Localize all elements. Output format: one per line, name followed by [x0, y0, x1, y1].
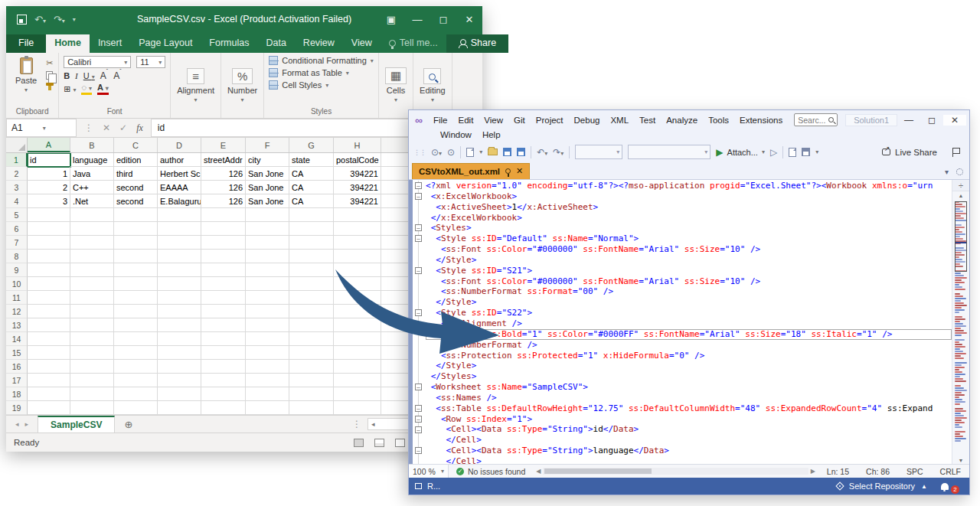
cell-D6[interactable] [158, 222, 201, 236]
column-header-a[interactable]: A [28, 138, 70, 152]
cell-G19[interactable] [289, 401, 334, 415]
line-ending[interactable]: CRLF [932, 467, 969, 476]
row-header-2[interactable]: 2 [6, 167, 28, 181]
cell-G10[interactable] [289, 277, 334, 291]
cell-H12[interactable] [334, 305, 381, 318]
cell-G14[interactable] [289, 332, 334, 346]
split-editor-handle[interactable]: ÷ [952, 180, 969, 191]
cell-B6[interactable] [70, 222, 114, 236]
minimap-scrollbar[interactable]: ÷ ▲ ▼ [952, 180, 969, 464]
confirm-entry-icon[interactable]: ✓ [119, 122, 127, 133]
issues-indicator[interactable]: ✓ No issues found [449, 467, 533, 476]
cell-C18[interactable] [114, 387, 158, 401]
cell-H19[interactable] [334, 401, 381, 415]
cell-A13[interactable] [28, 318, 70, 332]
sheet-nav-right-icon[interactable]: ▸ [25, 420, 29, 428]
cell-D16[interactable] [158, 360, 201, 374]
cell-H11[interactable] [334, 291, 381, 305]
cell-H8[interactable] [334, 250, 381, 263]
code-line-15[interactable]: <ss:Font ss:Bold="1" ss:Color="#0000FF" … [426, 329, 952, 340]
cell-H17[interactable] [334, 374, 381, 387]
save-file-icon[interactable] [503, 148, 511, 156]
editor-horizontal-scrollbar[interactable] [543, 468, 808, 475]
code-line-16[interactable]: <ss:NumberFormat /> [426, 340, 952, 351]
cell-E5[interactable] [201, 208, 246, 222]
code-line-5[interactable]: <Styles> [426, 223, 952, 233]
code-line-24[interactable]: <Cell><Data ss:Type="String">id</Data> [426, 424, 952, 435]
cell-E7[interactable] [201, 236, 246, 250]
code-line-12[interactable]: </Style> [426, 297, 952, 308]
save-icon[interactable] [17, 15, 27, 24]
cell-D9[interactable] [158, 263, 201, 277]
column-header-d[interactable]: D [158, 138, 201, 152]
cell-G16[interactable] [289, 360, 334, 374]
cell-E18[interactable] [201, 387, 246, 401]
cell-F5[interactable] [246, 208, 289, 222]
vs-menu-xml[interactable]: XML [605, 114, 634, 126]
cell-G17[interactable] [289, 374, 334, 387]
code-line-25[interactable]: </Cell> [426, 435, 952, 446]
cell-E2[interactable]: 126 [201, 167, 246, 181]
cell-C13[interactable] [114, 318, 158, 332]
cell-H13[interactable] [334, 318, 381, 332]
cell-F19[interactable] [246, 401, 289, 415]
navigate-back-icon[interactable]: ⊙▾ [431, 147, 442, 158]
run-outline-icon[interactable]: ▷ [770, 147, 777, 158]
cell-G13[interactable] [289, 318, 334, 332]
grow-font-button[interactable]: Aˆ [100, 70, 108, 81]
code-line-23[interactable]: <Row ss:Index="1"> [426, 414, 952, 425]
cell-G12[interactable] [289, 305, 334, 318]
fill-color-button[interactable]: ◌ ▾ [81, 83, 92, 95]
cell-B9[interactable] [70, 263, 114, 277]
scroll-up-icon[interactable]: ▲ [952, 191, 969, 200]
cell-C2[interactable]: third [114, 167, 158, 181]
cell-D18[interactable] [158, 387, 201, 401]
row-header-18[interactable]: 18 [6, 387, 28, 401]
cell-D2[interactable]: Herbert Sc [158, 167, 201, 181]
row-header-15[interactable]: 15 [6, 346, 28, 360]
indent-mode[interactable]: SPC [898, 467, 932, 476]
column-header-h[interactable]: H [334, 138, 381, 152]
code-line-11[interactable]: <ss:NumberFormat ss:Format="00" /> [426, 286, 952, 297]
cell-A5[interactable] [28, 208, 70, 222]
fold-toggle-icon[interactable]: – [415, 267, 422, 274]
ribbon-tab-file[interactable]: File [6, 34, 46, 53]
cell-G11[interactable] [289, 291, 334, 305]
cell-G4[interactable]: CA [289, 194, 334, 208]
cell-G5[interactable] [289, 208, 334, 222]
cells-group[interactable]: ▦ Cells▾ [379, 53, 413, 118]
hscroll-right-icon[interactable]: ▶ [811, 468, 815, 475]
cell-H1[interactable]: postalCode [334, 153, 381, 167]
column-header-e[interactable]: E [201, 138, 246, 152]
cell-D12[interactable] [158, 305, 201, 318]
ribbon-tab-home[interactable]: Home [46, 34, 90, 53]
row-header-19[interactable]: 19 [6, 401, 28, 415]
cell-E9[interactable] [201, 263, 246, 277]
cell-B16[interactable] [70, 360, 114, 374]
maximize-button[interactable]: ◻ [430, 14, 456, 25]
code-line-27[interactable]: </Cell> [426, 456, 952, 464]
font-color-button[interactable]: A ▾ [97, 83, 109, 95]
cell-F11[interactable] [246, 291, 289, 305]
cell-G7[interactable] [289, 236, 334, 250]
cell-C7[interactable] [114, 236, 158, 250]
cell-C8[interactable] [114, 250, 158, 263]
vs-menu-view[interactable]: View [479, 114, 508, 126]
cell-D8[interactable] [158, 250, 201, 263]
row-header-4[interactable]: 4 [6, 194, 28, 208]
cell-G6[interactable] [289, 222, 334, 236]
window-layout-icon[interactable] [415, 483, 422, 489]
cell-B17[interactable] [70, 374, 114, 387]
name-box[interactable]: A1▾ [6, 119, 77, 137]
cell-F9[interactable] [246, 263, 289, 277]
fold-toggle-icon[interactable]: – [415, 426, 422, 433]
cell-C4[interactable]: second [114, 194, 158, 208]
code-line-26[interactable]: <Cell><Data ss:Type="String">language</D… [426, 446, 952, 456]
font-name-select[interactable]: Calibri▾ [64, 56, 131, 68]
code-line-13[interactable]: <Style ss:ID="S22"> [426, 308, 952, 318]
row-header-6[interactable]: 6 [6, 222, 28, 236]
vs-menu-extensions[interactable]: Extensions [734, 114, 788, 126]
tab-csvtoxml-out-xml[interactable]: CSVtoXML_out.xml ✕ [412, 163, 530, 179]
number-group[interactable]: % Number▾ [221, 53, 264, 118]
sheet-nav-left-icon[interactable]: ◂ [15, 420, 19, 428]
